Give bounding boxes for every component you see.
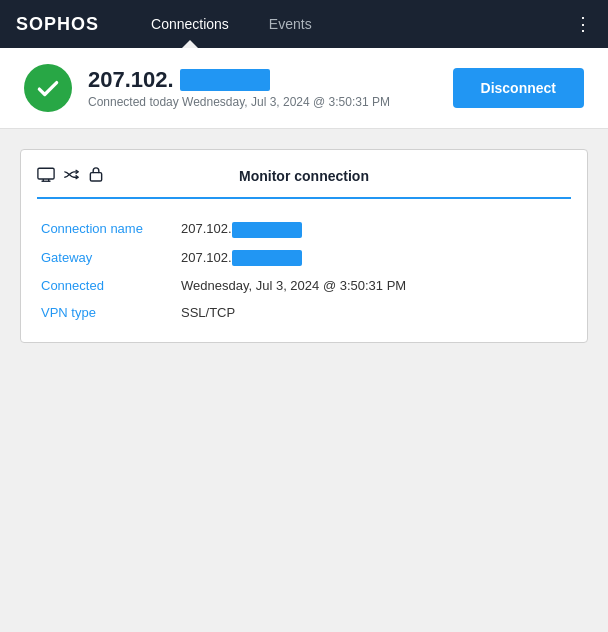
checkmark-icon xyxy=(35,75,61,101)
svg-rect-4 xyxy=(90,173,101,181)
table-row: Gateway 207.102. xyxy=(37,244,571,273)
monitor-card: Monitor connection Connection name 207.1… xyxy=(20,149,588,343)
nav-tabs: Connections Events xyxy=(131,0,574,48)
table-row: Connected Wednesday, Jul 3, 2024 @ 3:50:… xyxy=(37,272,571,299)
card-icon-group xyxy=(37,166,103,185)
status-bar: 207.102. Connected today Wednesday, Jul … xyxy=(0,48,608,129)
label-connected: Connected xyxy=(37,272,177,299)
table-row: Connection name 207.102. xyxy=(37,215,571,244)
main-content: Monitor connection Connection name 207.1… xyxy=(0,129,608,363)
value-gateway: 207.102. xyxy=(177,244,571,273)
connection-subtitle: Connected today Wednesday, Jul 3, 2024 @… xyxy=(88,95,437,109)
tab-connections[interactable]: Connections xyxy=(131,0,249,48)
ip-prefix: 207.102. xyxy=(88,67,174,93)
label-gateway: Gateway xyxy=(37,244,177,273)
lock-icon xyxy=(89,166,103,185)
value-vpn-type: SSL/TCP xyxy=(177,299,571,326)
connection-name-redacted xyxy=(232,222,302,238)
menu-icon[interactable]: ⋮ xyxy=(574,13,592,35)
details-table: Connection name 207.102. Gateway 207.102… xyxy=(37,215,571,326)
label-connection-name: Connection name xyxy=(37,215,177,244)
status-info: 207.102. Connected today Wednesday, Jul … xyxy=(88,67,437,109)
ip-redacted xyxy=(180,69,270,91)
connection-name-display: 207.102. xyxy=(88,67,437,93)
label-vpn-type: VPN type xyxy=(37,299,177,326)
svg-rect-0 xyxy=(38,168,54,179)
navbar: SOPHOS Connections Events ⋮ xyxy=(0,0,608,48)
brand-logo: SOPHOS xyxy=(16,14,99,35)
disconnect-button[interactable]: Disconnect xyxy=(453,68,584,108)
card-header: Monitor connection xyxy=(37,166,571,199)
card-title: Monitor connection xyxy=(239,168,369,184)
monitor-icon xyxy=(37,167,55,185)
tab-events[interactable]: Events xyxy=(249,0,332,48)
gateway-redacted xyxy=(232,250,302,266)
connection-status-icon xyxy=(24,64,72,112)
shuffle-icon xyxy=(63,167,81,185)
value-connection-name: 207.102. xyxy=(177,215,571,244)
value-connected: Wednesday, Jul 3, 2024 @ 3:50:31 PM xyxy=(177,272,571,299)
table-row: VPN type SSL/TCP xyxy=(37,299,571,326)
